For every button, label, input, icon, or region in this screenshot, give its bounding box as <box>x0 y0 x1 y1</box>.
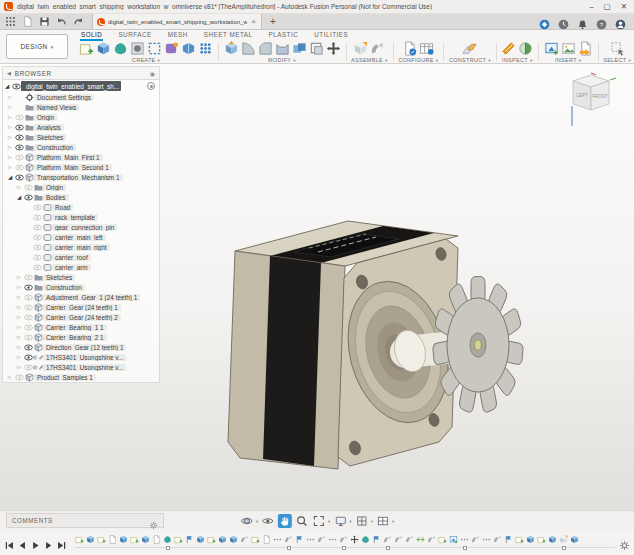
visibility-eye-icon[interactable] <box>14 124 24 131</box>
timeline-feature-joint-icon[interactable] <box>383 534 392 545</box>
browser-tree-item[interactable]: Road <box>3 202 159 212</box>
pattern-icon[interactable] <box>198 41 213 56</box>
timeline-feature-motion-icon[interactable] <box>328 534 337 545</box>
expand-arrow-icon[interactable]: ◢ <box>6 174 14 180</box>
extrude-icon[interactable] <box>96 41 111 56</box>
minimize-button[interactable]: – <box>589 2 593 11</box>
chevron-down-icon[interactable]: ▾ <box>371 519 373 524</box>
timeline-feature-sketch-icon[interactable] <box>97 534 106 545</box>
browser-tree-item[interactable]: ▷Named Views <box>3 102 159 112</box>
construction-plane-icon[interactable] <box>462 41 477 56</box>
timeline-feature-flag-icon[interactable] <box>504 534 513 545</box>
browser-tree-item[interactable]: ▷Carrier_Bearing_1 1 <box>3 322 159 332</box>
hole-icon[interactable] <box>130 41 145 56</box>
visibility-eye-icon[interactable] <box>23 274 33 281</box>
visibility-eye-icon[interactable] <box>23 314 33 321</box>
timeline-feature-motion-icon[interactable] <box>306 534 315 545</box>
browser-tree-item[interactable]: ▷Carrier_Gear (24 teeth) 1 <box>3 302 159 312</box>
timeline-feature-joint-icon[interactable] <box>493 534 502 545</box>
browser-tree-item[interactable]: rack_template <box>3 212 159 222</box>
display-settings-icon[interactable] <box>333 514 347 528</box>
timeline-feature-joint-icon[interactable] <box>317 534 326 545</box>
timeline-feature-joint-icon[interactable] <box>394 534 403 545</box>
browser-tree-item[interactable]: carrier_main_left <box>3 232 159 242</box>
timeline-feature-sketch-icon[interactable] <box>174 534 183 545</box>
browser-options-icon[interactable]: ◉ <box>150 70 155 77</box>
press-pull-icon[interactable] <box>224 41 239 56</box>
chevron-down-icon[interactable]: ▾ <box>328 519 330 524</box>
timeline-group-marker[interactable] <box>166 546 170 550</box>
extensions-icon[interactable] <box>539 16 550 27</box>
browser-tree-item[interactable]: ▷Adjustment_Gear_1 (24 teeth) 1 <box>3 292 159 302</box>
browser-tree-item[interactable]: ▷Construction <box>3 142 159 152</box>
group-label-configure[interactable]: CONFIGURE▾ <box>398 56 438 63</box>
fillet-icon[interactable] <box>241 41 256 56</box>
shell-icon[interactable] <box>275 41 290 56</box>
expand-arrow-icon[interactable]: ▷ <box>15 314 23 320</box>
browser-tree-item[interactable]: ▷Construction <box>3 282 159 292</box>
group-label-inspect[interactable]: INSPECT▾ <box>502 56 533 63</box>
expand-arrow-icon[interactable]: ▷ <box>6 104 14 110</box>
timeline-settings-gear-icon[interactable] <box>619 537 630 548</box>
configuration-icon[interactable] <box>402 41 417 56</box>
browser-tree-item[interactable]: ▷Carrier_Gear (24 teeth) 2 <box>3 312 159 322</box>
timeline-feature-extrude-icon[interactable] <box>141 534 150 545</box>
timeline-feature-extrude-icon[interactable] <box>570 534 579 545</box>
profile-avatar-icon[interactable] <box>615 16 626 27</box>
timeline-group-marker[interactable] <box>287 546 291 550</box>
timeline-feature-motion-icon[interactable] <box>273 534 282 545</box>
timeline-feature-extrude-icon[interactable] <box>229 534 238 545</box>
browser-tree-item[interactable]: gear_connection_pin <box>3 222 159 232</box>
timeline-feature-move-icon[interactable] <box>350 534 359 545</box>
visibility-eye-icon[interactable] <box>14 144 24 151</box>
timeline-feature-document-icon[interactable] <box>262 534 271 545</box>
browser-tree-item[interactable]: ▷Platform_Main_Second 1 <box>3 162 159 172</box>
file-icon[interactable] <box>22 16 33 27</box>
timeline-feature-extrude-icon[interactable] <box>86 534 95 545</box>
visibility-eye-icon[interactable] <box>32 234 42 241</box>
viewports-icon[interactable] <box>376 514 390 528</box>
new-component-icon[interactable] <box>353 41 368 56</box>
browser-tree-item[interactable]: ▷Origin <box>3 112 159 122</box>
timeline-feature-sketch-icon[interactable] <box>207 534 216 545</box>
visibility-eye-icon[interactable] <box>23 194 33 201</box>
expand-arrow-icon[interactable]: ▷ <box>15 334 23 340</box>
expand-arrow-icon[interactable]: ▷ <box>15 294 23 300</box>
insert-image-icon[interactable] <box>561 41 576 56</box>
visibility-eye-icon[interactable] <box>14 374 24 381</box>
browser-tree-item[interactable]: ◢Bodies <box>3 192 159 202</box>
tab-surface[interactable]: SURFACE <box>117 31 152 41</box>
tab-mesh[interactable]: MESH <box>167 31 189 41</box>
timeline-group-marker[interactable] <box>386 546 390 550</box>
browser-tree-item[interactable]: ▷17HS3401_Usongshine v... <box>3 352 159 362</box>
workspace-selector[interactable]: DESIGN▾ <box>6 34 68 59</box>
timeline-feature-motion-icon[interactable] <box>482 534 491 545</box>
visibility-eye-icon[interactable] <box>32 204 42 211</box>
visibility-eye-icon[interactable] <box>32 244 42 251</box>
save-icon[interactable] <box>39 16 50 27</box>
viewport-3d[interactable]: ◀ BROWSER ◉ ◢ digital_twin_enabled_smart… <box>0 64 634 510</box>
timeline-feature-canvas-icon[interactable] <box>449 534 458 545</box>
timeline-feature-extrude-icon[interactable] <box>548 534 557 545</box>
visibility-eye-icon[interactable] <box>23 294 33 301</box>
look-at-icon[interactable] <box>261 514 275 528</box>
chamfer-icon[interactable] <box>258 41 273 56</box>
move-icon[interactable] <box>326 41 341 56</box>
group-label-assemble[interactable]: ASSEMBLE▾ <box>351 56 388 63</box>
group-label-construct[interactable]: CONSTRUCT▾ <box>449 56 491 63</box>
chevron-down-icon[interactable]: ▾ <box>256 519 258 524</box>
combine-icon[interactable] <box>292 41 307 56</box>
expand-arrow-icon[interactable]: ▷ <box>6 114 14 120</box>
maximize-button[interactable]: ▢ <box>604 2 611 11</box>
timeline-feature-sketch-icon[interactable] <box>75 534 84 545</box>
timeline-feature-sketch-icon[interactable] <box>515 534 524 545</box>
new-tab-button[interactable]: + <box>262 14 284 29</box>
tab-utilities[interactable]: UTILITIES <box>313 31 349 41</box>
expand-arrow-icon[interactable]: ▷ <box>6 154 14 160</box>
expand-arrow-icon[interactable]: ▷ <box>15 364 23 370</box>
apps-grid-icon[interactable] <box>5 16 16 27</box>
visibility-eye-icon[interactable] <box>32 214 42 221</box>
timeline-feature-flag-icon[interactable] <box>185 534 194 545</box>
browser-tree-item[interactable]: carrier_roof <box>3 252 159 262</box>
sweep-icon[interactable] <box>147 41 162 56</box>
